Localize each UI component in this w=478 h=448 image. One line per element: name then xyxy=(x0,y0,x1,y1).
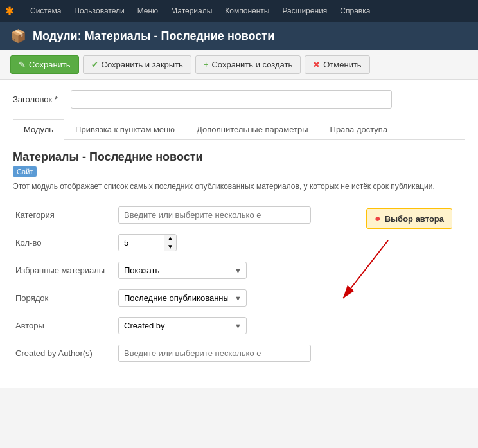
field-category-row: Категория xyxy=(13,201,465,229)
nav-extensions[interactable]: Расширения xyxy=(276,0,334,22)
save-label: Сохранить xyxy=(29,60,71,69)
nav-menu[interactable]: Меню xyxy=(131,0,164,22)
joomla-logo-icon: ✱ xyxy=(5,5,13,17)
save-icon: ✎ xyxy=(19,60,26,69)
nav-system[interactable]: Система xyxy=(24,0,67,22)
module-section-title: Материалы - Последние новости xyxy=(13,150,465,164)
top-navigation: ✱ Система Пользователи Меню Материалы Ко… xyxy=(0,0,478,22)
save-button[interactable]: ✎ Сохранить xyxy=(10,55,79,74)
module-icon: 📦 xyxy=(10,28,26,44)
featured-select-wrap: Показать Скрыть Только ▼ xyxy=(118,262,247,279)
field-created-by-row: Created by Author(s) xyxy=(13,339,465,367)
save-new-label: Сохранить и создать xyxy=(211,60,292,69)
field-order-row: Порядок Последние опубликованные... ▼ xyxy=(13,284,465,312)
main-content: Заголовок * Модуль Привязка к пунктам ме… xyxy=(0,80,478,388)
module-section: Материалы - Последние новости Сайт Этот … xyxy=(13,150,465,367)
title-input[interactable] xyxy=(71,90,392,109)
cancel-button[interactable]: ✖ Отменить xyxy=(305,55,369,74)
tab-advanced[interactable]: Дополнительные параметры xyxy=(186,119,319,139)
module-description: Этот модуль отображает список самых посл… xyxy=(13,182,465,191)
nav-materials[interactable]: Материалы xyxy=(164,0,218,22)
count-down-button[interactable]: ▼ xyxy=(164,243,176,251)
tab-access[interactable]: Права доступа xyxy=(319,119,399,139)
field-authors-row: Авторы Created by Created by alias Modif… xyxy=(13,312,465,339)
site-badge: Сайт xyxy=(13,166,37,177)
order-select-wrap: Последние опубликованные... ▼ xyxy=(118,289,247,307)
nav-components[interactable]: Компоненты xyxy=(218,0,276,22)
cancel-icon: ✖ xyxy=(313,60,320,69)
field-created-by-label: Created by Author(s) xyxy=(13,339,116,367)
count-spinner[interactable]: 5 ▲ ▼ xyxy=(118,234,177,251)
save-close-label: Сохранить и закрыть xyxy=(102,60,183,69)
title-row: Заголовок * xyxy=(13,90,465,109)
field-order-label: Порядок xyxy=(13,284,116,312)
count-input[interactable]: 5 xyxy=(119,235,164,251)
count-spinners: ▲ ▼ xyxy=(164,235,176,251)
count-up-button[interactable]: ▲ xyxy=(164,235,176,243)
authors-select[interactable]: Created by Created by alias Modified by xyxy=(118,317,247,334)
field-count-row: Кол-во 5 ▲ ▼ xyxy=(13,229,465,256)
created-by-input[interactable] xyxy=(118,345,311,362)
plus-icon: + xyxy=(204,60,209,69)
header-bar: 📦 Модули: Материалы - Последние новости xyxy=(0,22,478,50)
tabs: Модуль Привязка к пунктам меню Дополните… xyxy=(13,119,465,140)
title-label: Заголовок * xyxy=(13,94,64,104)
save-new-button[interactable]: + Сохранить и создать xyxy=(195,55,301,74)
toolbar: ✎ Сохранить ✔ Сохранить и закрыть + Сохр… xyxy=(0,50,478,80)
field-featured-row: Избранные материалы Показать Скрыть Толь… xyxy=(13,256,465,284)
field-authors-label: Авторы xyxy=(13,312,116,339)
module-form-table: Категория Кол-во 5 ▲ ▼ xyxy=(13,201,465,367)
page-title: Модули: Материалы - Последние новости xyxy=(33,30,274,43)
authors-select-wrap: Created by Created by alias Modified by … xyxy=(118,317,247,334)
nav-users[interactable]: Пользователи xyxy=(67,0,130,22)
tab-menu[interactable]: Привязка к пунктам меню xyxy=(64,119,186,139)
nav-help[interactable]: Справка xyxy=(333,0,376,22)
category-input[interactable] xyxy=(118,206,311,224)
cancel-label: Отменить xyxy=(323,60,361,69)
tab-module[interactable]: Модуль xyxy=(13,119,64,140)
field-featured-label: Избранные материалы xyxy=(13,256,116,284)
featured-select[interactable]: Показать Скрыть Только xyxy=(118,262,247,279)
field-category-label: Категория xyxy=(13,201,116,229)
field-count-label: Кол-во xyxy=(13,229,116,256)
order-select[interactable]: Последние опубликованные... xyxy=(118,289,247,307)
checkmark-icon: ✔ xyxy=(91,60,98,69)
save-close-button[interactable]: ✔ Сохранить и закрыть xyxy=(83,55,191,74)
